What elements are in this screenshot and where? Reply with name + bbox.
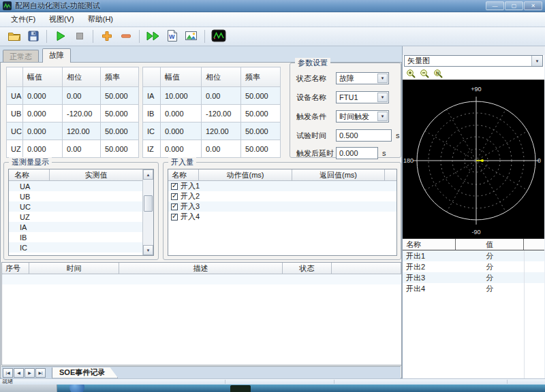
taskbar-window-button[interactable] <box>0 385 57 392</box>
value-cell[interactable]: 0.000 <box>161 140 202 158</box>
run-all-button[interactable] <box>144 29 161 45</box>
minimize-button[interactable]: — <box>486 1 504 10</box>
nav-prev-button[interactable]: ◀ <box>14 368 24 378</box>
open-button[interactable] <box>5 29 22 45</box>
menu-help[interactable]: 帮助(H) <box>81 12 120 27</box>
value-cell[interactable]: -120.00 <box>63 105 101 122</box>
test-time-input[interactable]: 0.500 <box>336 129 392 142</box>
remove-state-button[interactable] <box>117 29 134 45</box>
tab-fault-state[interactable]: 故障 <box>42 48 71 63</box>
col-name[interactable]: 名称 <box>403 239 456 250</box>
nav-last-button[interactable]: ▶| <box>35 368 46 378</box>
start-test-button[interactable] <box>52 29 69 45</box>
list-item[interactable]: IB <box>9 232 153 242</box>
value-cell[interactable]: 50.000 <box>241 87 281 105</box>
list-item[interactable]: ✓ 开入2 <box>168 191 396 201</box>
col-return-value[interactable]: 返回值(ms) <box>292 169 385 180</box>
trigger-delay-input[interactable]: 0.000 <box>336 147 378 159</box>
input1-checkbox[interactable]: ✓ <box>171 183 178 190</box>
zoom-out-button[interactable] <box>419 68 430 79</box>
digital-input-label: 开入1 <box>181 181 200 191</box>
trigger-condition-select[interactable]: 时间触发 ▼ <box>336 110 389 122</box>
col-name[interactable]: 名称 <box>9 169 50 180</box>
value-cell[interactable]: 0.000 <box>161 122 202 140</box>
waveform-view-button[interactable] <box>210 29 227 45</box>
menu-file[interactable]: 文件(F) <box>4 12 42 27</box>
value-cell[interactable]: 120.00 <box>202 122 241 140</box>
scrollbar-thumb[interactable] <box>144 195 153 212</box>
device-name-select[interactable]: FTU1 ▼ <box>336 91 389 103</box>
list-item[interactable]: UC <box>9 201 153 212</box>
taskbar-app-icon[interactable] <box>230 385 251 392</box>
table-row[interactable]: 开出1 分 <box>403 250 544 261</box>
value-cell[interactable]: 50.000 <box>241 140 281 158</box>
value-cell[interactable]: -120.00 <box>202 105 241 122</box>
telemetry-scrollbar[interactable]: ▲ ▼ <box>142 169 153 255</box>
input2-checkbox[interactable]: ✓ <box>171 193 178 200</box>
col-time[interactable]: 时间 <box>29 263 119 274</box>
taskbar-app-icon[interactable] <box>69 385 84 392</box>
table-row[interactable]: 开出3 分 <box>403 272 544 283</box>
col-measured-value[interactable]: 实测值 <box>50 169 143 180</box>
tab-soe-event-log[interactable]: SOE事件记录 <box>52 368 118 378</box>
list-item[interactable]: UB <box>9 191 153 201</box>
value-cell[interactable]: 0.00 <box>202 140 241 158</box>
export-image-button[interactable] <box>183 29 200 45</box>
value-cell[interactable]: 0.00 <box>63 87 101 105</box>
stop-test-button[interactable] <box>71 29 88 45</box>
zoom-in-button[interactable] <box>405 68 416 79</box>
input4-checkbox[interactable]: ✓ <box>171 214 178 220</box>
table-row[interactable]: 开出2 分 <box>403 261 544 272</box>
save-button[interactable] <box>25 29 42 45</box>
tab-normal-state[interactable]: 正常态 <box>3 50 39 63</box>
dropdown-arrow-icon[interactable]: ▼ <box>377 112 388 121</box>
list-item[interactable]: UZ <box>9 212 153 222</box>
add-state-button[interactable] <box>98 29 115 45</box>
list-item[interactable]: UA <box>9 181 153 191</box>
col-index[interactable]: 序号 <box>2 263 29 274</box>
dropdown-arrow-icon[interactable]: ▼ <box>377 93 388 102</box>
value-cell[interactable]: 0.000 <box>161 105 202 122</box>
value-cell[interactable]: 50.000 <box>101 87 139 105</box>
value-cell[interactable]: 0.000 <box>23 105 63 122</box>
value-cell[interactable]: 50.000 <box>101 140 139 158</box>
list-item[interactable]: ✓ 开入1 <box>168 181 396 191</box>
value-cell[interactable]: 10.000 <box>161 87 202 105</box>
close-button[interactable]: ✕ <box>524 1 542 10</box>
state-name-select[interactable]: 故障 ▼ <box>336 72 389 84</box>
input3-checkbox[interactable]: ✓ <box>171 203 178 210</box>
value-cell[interactable]: 120.00 <box>63 122 101 140</box>
os-taskbar[interactable] <box>0 385 545 392</box>
scroll-up-button[interactable]: ▲ <box>143 169 153 180</box>
table-row[interactable]: 开出4 分 <box>403 283 544 294</box>
list-item[interactable]: IA <box>9 222 153 232</box>
col-name[interactable]: 名称 <box>168 169 199 180</box>
col-action-value[interactable]: 动作值(ms) <box>199 169 292 180</box>
value-cell[interactable]: 0.000 <box>23 87 63 105</box>
value-cell[interactable]: 50.000 <box>101 122 139 140</box>
view-selector[interactable]: 矢量图 ▼ <box>404 55 543 67</box>
scroll-down-button[interactable]: ▼ <box>143 245 153 255</box>
value-cell[interactable]: 0.000 <box>23 140 63 158</box>
value-cell[interactable]: 0.000 <box>23 122 63 140</box>
col-status[interactable]: 状态 <box>283 263 332 274</box>
list-item[interactable]: ✓ 开入3 <box>168 201 396 212</box>
list-item[interactable]: ✓ 开入4 <box>168 212 396 222</box>
nav-first-button[interactable]: |◀ <box>3 368 13 378</box>
list-item[interactable]: IZ <box>9 252 153 256</box>
value-cell[interactable]: 50.000 <box>241 105 281 122</box>
zoom-reset-button[interactable]: N <box>433 68 443 79</box>
dropdown-arrow-icon[interactable]: ▼ <box>531 56 542 66</box>
list-item[interactable]: IC <box>9 242 153 252</box>
dropdown-arrow-icon[interactable]: ▼ <box>377 74 388 83</box>
menu-view[interactable]: 视图(V) <box>42 12 81 27</box>
value-cell[interactable]: 50.000 <box>101 105 139 122</box>
value-cell[interactable]: 50.000 <box>241 122 281 140</box>
word-report-button[interactable]: W <box>164 29 181 45</box>
nav-next-button[interactable]: ▶ <box>25 368 35 378</box>
maximize-button[interactable]: ▢ <box>505 1 523 10</box>
col-value[interactable]: 值 <box>456 239 524 250</box>
value-cell[interactable]: 0.00 <box>63 140 101 158</box>
value-cell[interactable]: 0.00 <box>202 87 241 105</box>
col-description[interactable]: 描述 <box>119 263 283 274</box>
